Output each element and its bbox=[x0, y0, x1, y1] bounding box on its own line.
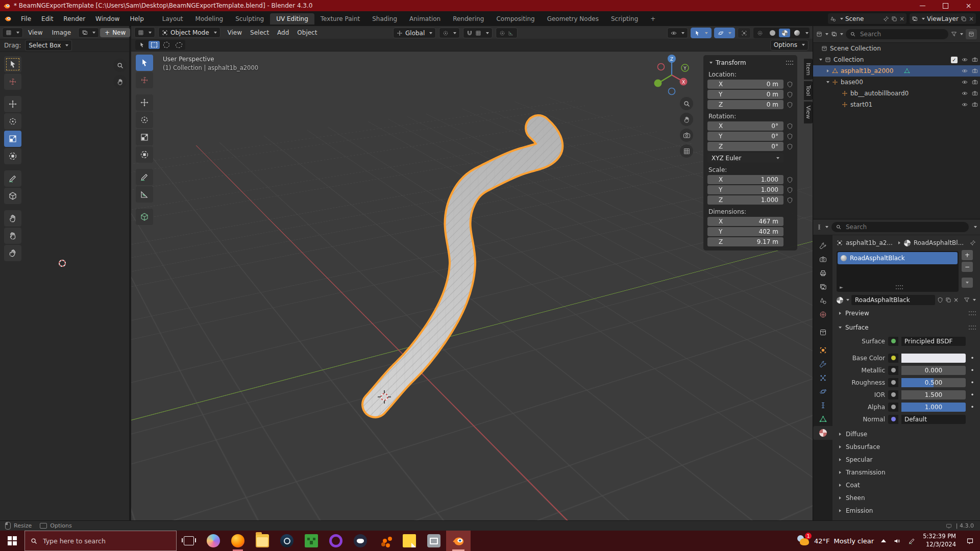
shading-rendered-button[interactable] bbox=[791, 29, 802, 37]
taskbar-steam[interactable] bbox=[275, 531, 299, 551]
navigation-gizmo[interactable]: Z X Y bbox=[649, 52, 695, 98]
copy-icon[interactable] bbox=[891, 16, 897, 22]
rotation-x-field[interactable]: X0° bbox=[707, 121, 783, 131]
taskbar-search[interactable] bbox=[24, 531, 177, 551]
mode-dropdown[interactable]: Object Mode bbox=[158, 27, 220, 38]
overlays-dropdown[interactable] bbox=[714, 28, 735, 38]
pin-icon[interactable] bbox=[970, 240, 976, 246]
tab-physics[interactable] bbox=[813, 385, 832, 398]
add-workspace-button[interactable]: + bbox=[644, 13, 662, 24]
chevron-down-icon[interactable] bbox=[974, 226, 977, 228]
add-slot-button[interactable]: + bbox=[962, 250, 973, 260]
tab-object[interactable] bbox=[813, 343, 832, 357]
select-box-button[interactable] bbox=[149, 41, 160, 49]
taskbar-search-input[interactable] bbox=[42, 537, 171, 545]
alpha-slider[interactable]: 1.000 bbox=[901, 403, 966, 412]
workspace-tab-geometry-nodes[interactable]: Geometry Nodes bbox=[541, 13, 605, 24]
rotation-z-field[interactable]: Z0° bbox=[707, 142, 783, 151]
tab-particles[interactable] bbox=[813, 371, 832, 385]
lock-icon[interactable] bbox=[787, 143, 793, 150]
tray-expand-chevron[interactable] bbox=[881, 539, 886, 542]
menu-window[interactable]: Window bbox=[90, 15, 125, 22]
menu-render[interactable]: Render bbox=[58, 15, 90, 22]
tool-measure[interactable] bbox=[136, 186, 153, 203]
eye-icon[interactable] bbox=[962, 102, 968, 108]
tab-constraints[interactable] bbox=[813, 398, 832, 412]
collapsed-chevron-icon[interactable] bbox=[827, 69, 829, 72]
orientation-dropdown[interactable]: Global bbox=[393, 28, 436, 38]
uv-tool-grab[interactable] bbox=[4, 210, 21, 227]
tab-render[interactable] bbox=[813, 253, 832, 266]
material-name-field[interactable]: RoadAsphaltBlack bbox=[851, 295, 935, 305]
lock-icon[interactable] bbox=[787, 197, 793, 204]
animate-dot[interactable]: • bbox=[969, 391, 976, 398]
snap-controls[interactable] bbox=[463, 28, 493, 38]
uv-zoom-button[interactable] bbox=[113, 59, 127, 72]
properties-search[interactable] bbox=[831, 222, 969, 232]
shading-solid-button[interactable] bbox=[767, 29, 778, 37]
scale-y-field[interactable]: Y1.000 bbox=[707, 185, 783, 194]
outliner-filter-button[interactable] bbox=[951, 31, 963, 37]
taskbar-beamng[interactable] bbox=[373, 531, 397, 551]
camera-visibility-icon[interactable] bbox=[972, 57, 978, 63]
unlink-scene-icon[interactable]: × bbox=[899, 15, 904, 22]
workspace-tab-texture-paint[interactable]: Texture Paint bbox=[314, 13, 366, 24]
browse-material-button[interactable] bbox=[837, 297, 849, 304]
panel-sheen[interactable]: Sheen bbox=[837, 491, 976, 504]
tool-annotate[interactable] bbox=[136, 169, 153, 185]
panel-transmission[interactable]: Transmission bbox=[837, 466, 976, 479]
lock-icon[interactable] bbox=[787, 91, 793, 98]
outliner-filter-source[interactable] bbox=[831, 31, 843, 37]
camera-visibility-icon[interactable] bbox=[972, 102, 978, 108]
uv-tool-transform[interactable] bbox=[4, 148, 21, 164]
camera-visibility-icon[interactable] bbox=[972, 79, 978, 85]
pan-button[interactable] bbox=[680, 113, 693, 126]
tool-rotate[interactable] bbox=[136, 112, 153, 128]
uv-tool-scale[interactable] bbox=[4, 131, 21, 147]
speaker-icon[interactable] bbox=[893, 537, 901, 545]
outliner-row-billboard[interactable]: bb__autobillboard0 bbox=[813, 88, 980, 99]
clock[interactable]: 5:32:39 PM 12/3/2024 bbox=[923, 533, 956, 548]
tab-view-layer[interactable] bbox=[813, 280, 832, 294]
lock-icon[interactable] bbox=[787, 123, 793, 130]
taskbar-minecraft[interactable] bbox=[299, 531, 324, 551]
tab-modifiers[interactable] bbox=[813, 357, 832, 371]
rotation-y-field[interactable]: Y0° bbox=[707, 132, 783, 141]
breadcrumb-material[interactable]: RoadAsphaltBl... bbox=[914, 239, 964, 246]
xray-toggle[interactable] bbox=[738, 28, 751, 38]
display-mode-dropdown[interactable] bbox=[816, 31, 828, 37]
menu-help[interactable]: Help bbox=[125, 15, 149, 22]
taskbar-firefox[interactable] bbox=[226, 531, 250, 551]
viewlayer-selector[interactable]: ViewLayer × bbox=[910, 13, 976, 24]
breadcrumb-object[interactable]: asphalt1b_a2... bbox=[846, 239, 893, 246]
tab-collection[interactable] bbox=[813, 325, 832, 339]
sidebar-tab-view[interactable]: View bbox=[804, 102, 813, 123]
remove-slot-button[interactable]: − bbox=[962, 262, 973, 272]
scene-selector[interactable]: Scene × bbox=[828, 13, 906, 24]
vp-menu-add[interactable]: Add bbox=[273, 29, 293, 36]
sidebar-tab-tool[interactable]: Tool bbox=[804, 81, 813, 100]
outliner-search-input[interactable] bbox=[859, 30, 944, 38]
minimize-button[interactable]: — bbox=[911, 0, 934, 11]
camera-visibility-icon[interactable] bbox=[972, 90, 978, 96]
zoom-button[interactable] bbox=[680, 97, 693, 110]
material-filter-button[interactable] bbox=[964, 297, 976, 303]
workspace-tab-modeling[interactable]: Modeling bbox=[189, 13, 230, 24]
window-titlebar[interactable]: * BeamNGExportTemplate [C:\Users\Sam\Des… bbox=[0, 0, 980, 11]
properties-search-input[interactable] bbox=[845, 223, 965, 231]
uv-menu-image[interactable]: Image bbox=[47, 29, 75, 36]
uv-tool-pinch[interactable] bbox=[4, 245, 21, 261]
workspace-tab-rendering[interactable]: Rendering bbox=[447, 13, 490, 24]
shader-dropdown[interactable]: Principled BSDF bbox=[901, 337, 966, 346]
workspace-tab-scripting[interactable]: Scripting bbox=[605, 13, 644, 24]
dimensions-y-field[interactable]: Y402 m bbox=[707, 227, 783, 236]
uv-tool-measure[interactable] bbox=[4, 188, 21, 204]
maximize-button[interactable] bbox=[934, 0, 957, 11]
options-dropdown[interactable]: Options bbox=[770, 40, 808, 51]
scale-z-field[interactable]: Z1.000 bbox=[707, 195, 783, 205]
uv-tool-annotate[interactable] bbox=[4, 170, 21, 187]
ior-slider[interactable]: 1.500 bbox=[901, 390, 966, 399]
uv-tool-move[interactable] bbox=[4, 96, 21, 112]
uv-menu-view[interactable]: View bbox=[24, 29, 46, 36]
sidebar-tab-item[interactable]: Item bbox=[804, 59, 813, 80]
